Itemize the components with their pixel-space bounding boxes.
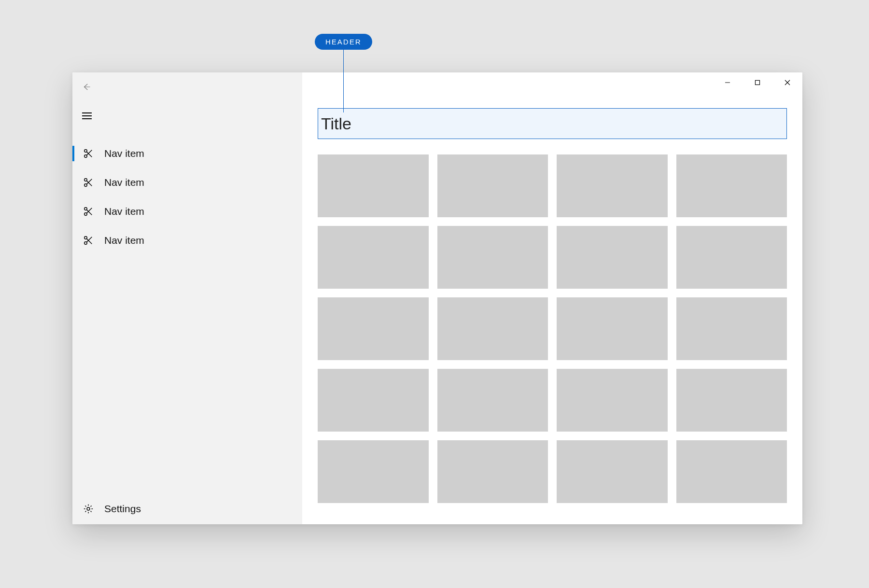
- nav-item-label: Nav item: [104, 235, 144, 246]
- gear-icon: [83, 504, 94, 514]
- svg-point-4: [84, 208, 87, 210]
- close-button[interactable]: [772, 72, 802, 94]
- nav-item-3[interactable]: Nav item: [72, 226, 302, 255]
- annotation-leader-line: [343, 50, 344, 112]
- nav-item-label: Nav item: [104, 148, 144, 159]
- caption-buttons: [713, 72, 802, 94]
- minimize-button[interactable]: [713, 72, 743, 94]
- grid-tile[interactable]: [318, 226, 429, 289]
- grid-tile[interactable]: [676, 369, 787, 432]
- svg-point-6: [84, 237, 87, 239]
- grid-tile[interactable]: [437, 154, 548, 217]
- annotation-callout: HEADER: [315, 34, 372, 112]
- grid-tile[interactable]: [557, 154, 668, 217]
- grid-tile[interactable]: [557, 369, 668, 432]
- grid-tile[interactable]: [676, 297, 787, 360]
- page-title: Title: [321, 114, 351, 133]
- svg-rect-9: [756, 81, 760, 85]
- grid-tile[interactable]: [437, 440, 548, 503]
- content-area: Title: [302, 72, 802, 524]
- grid-tile[interactable]: [318, 297, 429, 360]
- minimize-icon: [725, 79, 730, 87]
- svg-point-3: [84, 184, 87, 187]
- cut-icon: [83, 206, 94, 217]
- grid-tile[interactable]: [318, 440, 429, 503]
- svg-point-8: [87, 507, 90, 510]
- cut-icon: [83, 177, 94, 188]
- back-button[interactable]: [72, 72, 302, 101]
- nav-pane: Nav item Nav item: [72, 72, 302, 524]
- close-icon: [785, 79, 790, 87]
- back-arrow-icon: [82, 83, 91, 91]
- content-grid: [318, 154, 787, 524]
- settings-button[interactable]: Settings: [72, 493, 302, 524]
- maximize-icon: [755, 79, 760, 87]
- grid-tile[interactable]: [437, 369, 548, 432]
- app-window: Nav item Nav item: [72, 72, 802, 524]
- annotation-label: HEADER: [325, 38, 362, 46]
- grid-tile[interactable]: [318, 154, 429, 217]
- svg-point-2: [84, 179, 87, 182]
- hamburger-button[interactable]: [72, 101, 302, 130]
- nav-list: Nav item Nav item: [72, 139, 302, 255]
- grid-tile[interactable]: [318, 369, 429, 432]
- settings-label: Settings: [104, 503, 141, 515]
- nav-item-label: Nav item: [104, 206, 144, 217]
- nav-item-0[interactable]: Nav item: [72, 139, 302, 168]
- cut-icon: [83, 235, 94, 246]
- nav-item-label: Nav item: [104, 177, 144, 188]
- grid-tile[interactable]: [676, 440, 787, 503]
- grid-tile[interactable]: [676, 226, 787, 289]
- grid-tile[interactable]: [437, 297, 548, 360]
- annotation-pill: HEADER: [315, 34, 372, 50]
- cut-icon: [83, 148, 94, 159]
- nav-item-2[interactable]: Nav item: [72, 197, 302, 226]
- maximize-button[interactable]: [743, 72, 772, 94]
- grid-tile[interactable]: [557, 226, 668, 289]
- grid-tile[interactable]: [557, 440, 668, 503]
- grid-tile[interactable]: [676, 154, 787, 217]
- svg-point-5: [84, 213, 87, 216]
- grid-tile[interactable]: [557, 297, 668, 360]
- svg-point-7: [84, 242, 87, 245]
- grid-tile[interactable]: [437, 226, 548, 289]
- svg-point-1: [84, 155, 87, 158]
- page-header: Title: [318, 108, 787, 139]
- nav-item-1[interactable]: Nav item: [72, 168, 302, 197]
- svg-point-0: [84, 150, 87, 153]
- hamburger-icon: [82, 112, 92, 119]
